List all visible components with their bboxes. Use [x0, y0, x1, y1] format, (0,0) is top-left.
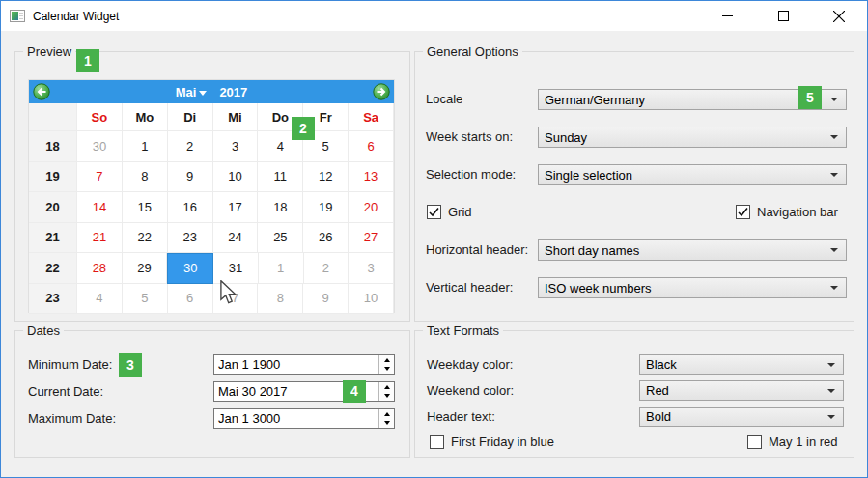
first-friday-checkbox[interactable]: First Friday in blue — [430, 433, 554, 450]
weekend-color-select[interactable]: Red — [639, 380, 844, 401]
weekend-color-value: Red — [640, 383, 827, 398]
vertical-header-label: Vertical header: — [426, 277, 513, 298]
calendar-week-row: 2345678910 — [29, 284, 394, 315]
calendar-corner-cell — [29, 103, 77, 131]
annotation-badge-5: 5 — [798, 86, 822, 109]
day-cell-12[interactable]: 12 — [303, 162, 349, 193]
day-cell-7[interactable]: 7 — [77, 162, 123, 193]
header-text-select[interactable]: Bold — [639, 407, 844, 427]
year-button[interactable]: 2017 — [219, 85, 247, 99]
general-options-group-title: General Options — [423, 44, 522, 59]
day-cell-26[interactable]: 26 — [303, 223, 349, 254]
text-formats-group-title: Text Formats — [423, 323, 503, 338]
navigation-bar-checkbox[interactable]: Navigation bar — [736, 203, 838, 220]
weekday-color-select[interactable]: Black — [639, 354, 844, 375]
maximum-date-label: Maximum Date: — [28, 408, 116, 430]
header-text-value: Bold — [640, 409, 827, 424]
day-cell-17[interactable]: 17 — [213, 192, 259, 223]
day-cell-10[interactable]: 10 — [349, 284, 394, 315]
day-cell-1[interactable]: 1 — [259, 253, 304, 284]
week-number: 22 — [29, 253, 77, 284]
week-starts-select[interactable]: Sunday — [538, 127, 847, 148]
day-cell-1[interactable]: 1 — [123, 131, 168, 162]
day-cell-10[interactable]: 10 — [213, 162, 259, 193]
day-cell-14[interactable]: 14 — [77, 192, 123, 223]
day-cell-6[interactable]: 6 — [349, 131, 394, 162]
weekend-color-label: Weekend color: — [427, 380, 514, 402]
day-cell-8[interactable]: 8 — [258, 284, 303, 315]
day-cell-16[interactable]: 16 — [168, 192, 213, 223]
day-cell-19[interactable]: 19 — [303, 192, 349, 223]
day-cell-22[interactable]: 22 — [123, 223, 168, 254]
day-cell-2[interactable]: 2 — [304, 253, 350, 284]
calendar-widget-window: Calendar Widget Preview — [0, 0, 868, 478]
horizontal-header-select[interactable]: Short day names — [538, 239, 847, 261]
day-cell-29[interactable]: 29 — [123, 253, 168, 284]
month-dropdown-icon — [199, 91, 207, 96]
day-cell-11[interactable]: 11 — [258, 162, 303, 193]
minimize-icon — [722, 11, 733, 21]
day-cell-30[interactable]: 30 — [77, 131, 123, 162]
calendar-week-row: 1830123456 — [29, 131, 394, 162]
day-cell-27[interactable]: 27 — [349, 223, 394, 254]
chevron-down-icon — [830, 98, 838, 101]
maximum-date-value: Jan 1 3000 — [214, 409, 378, 428]
day-cell-5[interactable]: 5 — [123, 284, 168, 315]
day-cell-4[interactable]: 4 — [77, 284, 123, 315]
spin-down-button[interactable] — [379, 392, 394, 402]
grid-checkbox[interactable]: Grid — [427, 203, 472, 220]
calendar-navigation-bar: Mai 2017 — [29, 80, 394, 103]
may-1-checkbox[interactable]: May 1 in red — [747, 433, 838, 450]
calendar-widget: Mai 2017 SoMoDiMiDoFrSa 1830123456197891… — [28, 79, 395, 313]
minimize-button[interactable] — [699, 1, 755, 31]
next-month-button[interactable] — [373, 83, 390, 100]
week-number: 21 — [29, 223, 77, 254]
day-cell-9[interactable]: 9 — [303, 284, 349, 315]
app-icon — [10, 10, 25, 22]
previous-month-button[interactable] — [33, 83, 50, 100]
spin-up-button[interactable] — [379, 355, 394, 365]
chevron-down-icon — [830, 286, 838, 290]
month-button[interactable]: Mai — [176, 85, 197, 99]
day-cell-21[interactable]: 21 — [77, 223, 123, 254]
maximum-date-spinbox[interactable]: Jan 1 3000 — [213, 408, 395, 429]
spin-down-button[interactable] — [379, 419, 394, 429]
week-number: 23 — [29, 284, 77, 315]
day-cell-23[interactable]: 23 — [168, 223, 213, 254]
close-button[interactable] — [811, 1, 867, 31]
day-cell-13[interactable]: 13 — [349, 162, 394, 193]
day-cell-25[interactable]: 25 — [258, 223, 303, 254]
annotation-badge-2: 2 — [292, 117, 315, 140]
vertical-header-select[interactable]: ISO week numbers — [538, 277, 847, 298]
day-cell-28[interactable]: 28 — [77, 253, 123, 284]
minimum-date-spinbox[interactable]: Jan 1 1900 — [213, 354, 395, 375]
week-number: 20 — [29, 192, 77, 223]
day-cell-9[interactable]: 9 — [168, 162, 213, 193]
day-cell-6[interactable]: 6 — [168, 284, 213, 315]
annotation-badge-3: 3 — [119, 353, 142, 377]
day-cell-24[interactable]: 24 — [213, 223, 259, 254]
day-cell-31[interactable]: 31 — [213, 253, 259, 284]
day-cell-15[interactable]: 15 — [123, 192, 168, 223]
day-cell-8[interactable]: 8 — [123, 162, 168, 193]
header-text-label: Header text: — [427, 407, 495, 428]
day-cell-3[interactable]: 3 — [213, 131, 259, 162]
weekday-color-value: Black — [640, 357, 827, 372]
day-header-Sa: Sa — [349, 103, 394, 131]
day-cell-2[interactable]: 2 — [168, 131, 213, 162]
current-date-spinbox[interactable]: Mai 30 2017 — [213, 381, 395, 402]
day-cell-18[interactable]: 18 — [258, 192, 303, 223]
week-number: 18 — [29, 131, 77, 162]
day-header-So: So — [77, 103, 123, 131]
maximize-button[interactable] — [755, 1, 811, 31]
navigation-bar-checkbox-label: Navigation bar — [757, 205, 838, 219]
selection-mode-select[interactable]: Single selection — [538, 164, 847, 185]
day-cell-30-selected[interactable]: 30 — [167, 253, 213, 284]
day-cell-20[interactable]: 20 — [349, 192, 394, 223]
spin-up-button[interactable] — [379, 409, 394, 419]
day-cell-3[interactable]: 3 — [349, 253, 394, 284]
text-formats-group: Text Formats Weekday color: Black Weeken… — [414, 330, 854, 458]
spin-up-button[interactable] — [379, 382, 394, 392]
spin-down-button[interactable] — [379, 365, 394, 375]
locale-value: German/Germany — [539, 93, 830, 107]
